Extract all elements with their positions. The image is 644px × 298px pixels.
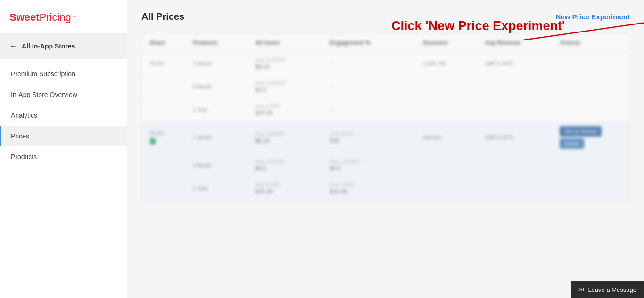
cell-avgrev: GBP 0.4875 — [485, 61, 560, 66]
sidebar-prices-label: Prices — [11, 132, 29, 140]
cell-allusers: Avg 12345 $24.49 — [255, 103, 330, 116]
cell-sessions: 3,345,789 — [423, 61, 485, 66]
cell-product: 1 Month — [193, 135, 255, 140]
table-row: 1 Year Avg 12345 $24.49 — — [142, 98, 629, 121]
cell-engagement: 123,45,65 535 — [330, 131, 423, 144]
table-row: 6 Month Avg 1234567 $0.0 — — [142, 75, 629, 98]
sidebar-inapp-label: In-App Store Overview — [11, 91, 77, 98]
col-header-products: Products — [193, 40, 255, 46]
new-price-experiment-button[interactable]: New Price Experiment — [555, 13, 630, 21]
col-header-sessions: Sessions — [423, 40, 485, 46]
leave-message-label: Leave a Message — [588, 286, 636, 293]
logo-tm: ™ — [72, 15, 76, 20]
cell-actions: Set as Default Delete — [560, 126, 622, 149]
leave-message-button[interactable]: ✉ Leave a Message — [571, 281, 644, 298]
cell-engagement: — — [330, 60, 423, 67]
logo-area: SweetPricing™ — [0, 0, 127, 33]
table-row: 75.0% 1 Month Avg 1234567 $6.24 — 3,345,… — [142, 52, 629, 75]
sidebar-analytics-label: Analytics — [11, 112, 37, 119]
cell-allusers: Avg 1234567 $0.0 — [255, 80, 330, 93]
back-arrow-icon: ← — [9, 42, 17, 50]
cell-engagement: Avg 12345 $24.49 — [330, 182, 423, 195]
sidebar-item-prices[interactable]: Prices — [0, 126, 127, 146]
col-header-engagement: Engagement % — [330, 40, 423, 46]
cell-product: 1 Year — [193, 107, 255, 113]
sidebar-item-subscription[interactable]: Premium Subscription — [0, 64, 127, 84]
table-row: 6 Month Avg 1234567 $0.0 Avg 1234567 $0.… — [142, 154, 629, 177]
cell-allusers: Avg 1234567 $0.0 — [255, 159, 330, 172]
cell-product: 6 Month — [193, 84, 255, 89]
cell-engagement: — — [330, 83, 423, 90]
page-header: All Prices New Price Experiment — [141, 11, 630, 22]
col-header-share: Share — [149, 40, 193, 46]
cell-allusers: Avg 12345 $24.49 — [255, 182, 330, 195]
sidebar-item-in-app-store-overview[interactable]: In-App Store Overview — [0, 84, 127, 105]
cell-product: 1 Month — [193, 61, 255, 66]
back-nav[interactable]: ← All In-App Stores — [0, 33, 127, 59]
set-default-button[interactable]: Set as Default — [560, 126, 602, 137]
sidebar-products-label: Products — [11, 153, 37, 161]
logo-pricing: Pricing — [40, 11, 71, 24]
cell-allusers: Avg 1234567 $6.24 — [255, 57, 330, 70]
table-header: Share Products All Users Engagement % Se… — [142, 34, 629, 52]
cell-share: 75.0% — [149, 61, 193, 66]
table-row: 25.0% 1 Month Avg 1234567 $6.24 123,45,6… — [142, 121, 629, 154]
active-indicator — [149, 138, 156, 145]
back-nav-label: All In-App Stores — [22, 42, 75, 50]
cell-product: 6 Month — [193, 162, 255, 168]
sidebar-item-analytics[interactable]: Analytics — [0, 105, 127, 126]
nav-items: Premium Subscription In-App Store Overvi… — [0, 59, 127, 167]
cell-sessions: 456,565 — [423, 135, 485, 140]
cell-engagement: Avg 1234567 $0.5 — [330, 159, 423, 172]
cell-avgrev: GBP 0.4875 — [485, 135, 560, 140]
col-header-actions: Actions — [560, 40, 622, 46]
sidebar-item-products[interactable]: Products — [0, 146, 127, 167]
row-group-1: 75.0% 1 Month Avg 1234567 $6.24 — 3,345,… — [142, 52, 629, 121]
logo-sweet: Sweet — [9, 11, 40, 24]
col-header-allusers: All Users — [255, 40, 330, 46]
mail-icon: ✉ — [578, 286, 584, 293]
cell-product: 1 Year — [193, 185, 255, 191]
delete-button[interactable]: Delete — [560, 138, 584, 149]
page-title: All Prices — [141, 11, 184, 22]
cell-share: 25.0% — [149, 130, 193, 145]
sidebar: SweetPricing™ ← All In-App Stores Premiu… — [0, 0, 127, 298]
col-header-avgrev: Avg Revenue — [485, 40, 560, 46]
logo: SweetPricing™ — [9, 11, 117, 24]
cell-engagement: — — [330, 106, 423, 113]
sidebar-subscription-label: Premium Subscription — [11, 70, 75, 78]
prices-table: Share Products All Users Engagement % Se… — [141, 33, 630, 201]
table-row: 1 Year Avg 12345 $24.49 Avg 12345 $24.49 — [142, 177, 629, 200]
main-content: All Prices New Price Experiment Click 'N… — [127, 0, 644, 298]
cell-allusers: Avg 1234567 $6.24 — [255, 131, 330, 144]
row-group-2: 25.0% 1 Month Avg 1234567 $6.24 123,45,6… — [142, 121, 629, 200]
